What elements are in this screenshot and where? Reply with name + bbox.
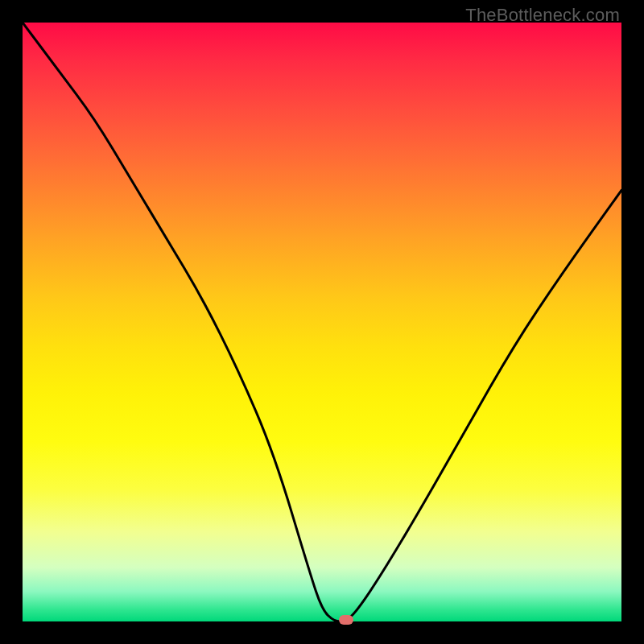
- curve-svg: [23, 23, 621, 621]
- chart-frame: TheBottleneck.com: [0, 0, 644, 644]
- plot-area: [23, 23, 621, 621]
- bottleneck-curve: [23, 23, 621, 621]
- optimal-point-marker: [339, 615, 353, 625]
